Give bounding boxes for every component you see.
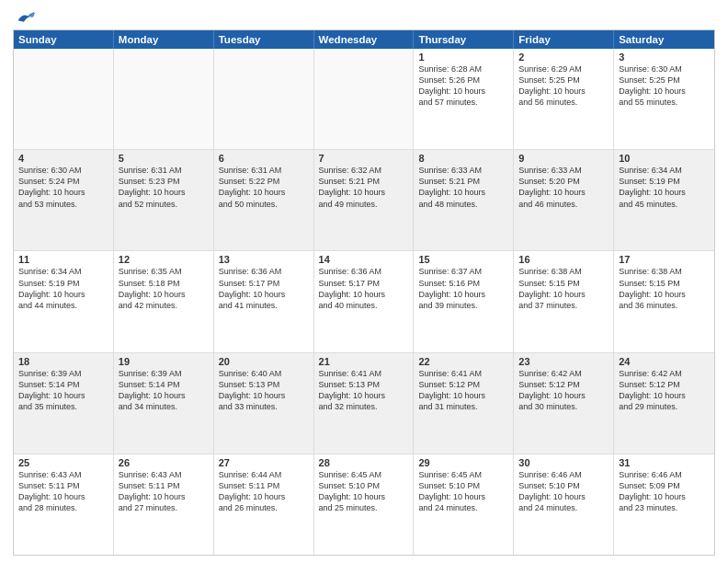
day-number: 30 — [518, 457, 609, 468]
calendar-cell: 14Sunrise: 6:36 AM Sunset: 5:17 PM Dayli… — [314, 251, 415, 351]
day-number: 9 — [518, 153, 609, 164]
cell-text: Sunrise: 6:29 AM Sunset: 5:25 PM Dayligh… — [518, 63, 609, 109]
day-number: 12 — [119, 254, 209, 265]
day-number: 31 — [619, 457, 710, 468]
day-number: 14 — [319, 254, 409, 265]
calendar-cell: 30Sunrise: 6:46 AM Sunset: 5:10 PM Dayli… — [514, 454, 614, 555]
calendar-row-2: 4Sunrise: 6:30 AM Sunset: 5:24 PM Daylig… — [14, 149, 714, 250]
calendar-cell: 1Sunrise: 6:28 AM Sunset: 5:26 PM Daylig… — [414, 49, 514, 149]
calendar-cell: 15Sunrise: 6:37 AM Sunset: 5:16 PM Dayli… — [414, 251, 514, 351]
calendar-cell: 21Sunrise: 6:41 AM Sunset: 5:13 PM Dayli… — [314, 353, 415, 454]
calendar-cell: 28Sunrise: 6:45 AM Sunset: 5:10 PM Dayli… — [314, 454, 415, 555]
calendar-cell: 16Sunrise: 6:38 AM Sunset: 5:15 PM Dayli… — [514, 251, 614, 351]
cell-text: Sunrise: 6:45 AM Sunset: 5:10 PM Dayligh… — [418, 469, 508, 514]
day-number: 18 — [18, 356, 108, 367]
day-number: 8 — [418, 153, 508, 164]
day-number: 15 — [418, 254, 508, 265]
day-number: 26 — [119, 457, 209, 468]
day-number: 17 — [619, 254, 710, 265]
calendar-cell — [314, 49, 415, 149]
day-number: 22 — [418, 356, 508, 367]
cell-text: Sunrise: 6:37 AM Sunset: 5:16 PM Dayligh… — [418, 266, 508, 311]
day-number: 28 — [319, 457, 409, 468]
logo-bird-icon — [17, 9, 37, 26]
cell-text: Sunrise: 6:36 AM Sunset: 5:17 PM Dayligh… — [319, 266, 409, 311]
day-number: 29 — [418, 457, 508, 468]
day-number: 13 — [219, 254, 309, 265]
calendar-cell: 4Sunrise: 6:30 AM Sunset: 5:24 PM Daylig… — [14, 150, 114, 250]
calendar-cell: 5Sunrise: 6:31 AM Sunset: 5:23 PM Daylig… — [114, 150, 214, 250]
calendar-cell: 12Sunrise: 6:35 AM Sunset: 5:18 PM Dayli… — [114, 251, 214, 351]
calendar-row-3: 11Sunrise: 6:34 AM Sunset: 5:19 PM Dayli… — [14, 250, 714, 351]
header-friday: Friday — [514, 30, 614, 49]
day-number: 7 — [319, 153, 409, 164]
cell-text: Sunrise: 6:28 AM Sunset: 5:26 PM Dayligh… — [418, 63, 508, 109]
calendar-cell: 11Sunrise: 6:34 AM Sunset: 5:19 PM Dayli… — [14, 251, 114, 351]
cell-text: Sunrise: 6:43 AM Sunset: 5:11 PM Dayligh… — [119, 469, 209, 514]
calendar-cell — [114, 49, 214, 149]
calendar-cell: 13Sunrise: 6:36 AM Sunset: 5:17 PM Dayli… — [214, 251, 314, 351]
page: Sunday Monday Tuesday Wednesday Thursday… — [0, 0, 728, 563]
header-monday: Monday — [114, 30, 214, 49]
day-number: 16 — [518, 254, 609, 265]
cell-text: Sunrise: 6:32 AM Sunset: 5:21 PM Dayligh… — [319, 165, 409, 210]
header-wednesday: Wednesday — [314, 30, 415, 49]
calendar-cell: 2Sunrise: 6:29 AM Sunset: 5:25 PM Daylig… — [514, 49, 614, 149]
calendar-cell: 7Sunrise: 6:32 AM Sunset: 5:21 PM Daylig… — [314, 150, 415, 250]
cell-text: Sunrise: 6:42 AM Sunset: 5:12 PM Dayligh… — [619, 368, 710, 413]
calendar-cell: 18Sunrise: 6:39 AM Sunset: 5:14 PM Dayli… — [14, 353, 114, 454]
calendar: Sunday Monday Tuesday Wednesday Thursday… — [13, 29, 715, 556]
cell-text: Sunrise: 6:35 AM Sunset: 5:18 PM Dayligh… — [119, 266, 209, 311]
cell-text: Sunrise: 6:38 AM Sunset: 5:15 PM Dayligh… — [619, 266, 710, 311]
cell-text: Sunrise: 6:46 AM Sunset: 5:10 PM Dayligh… — [518, 469, 609, 514]
calendar-row-5: 25Sunrise: 6:43 AM Sunset: 5:11 PM Dayli… — [14, 454, 714, 555]
day-number: 21 — [319, 356, 409, 367]
header-sunday: Sunday — [14, 30, 114, 49]
day-number: 27 — [219, 457, 309, 468]
calendar-cell: 23Sunrise: 6:42 AM Sunset: 5:12 PM Dayli… — [514, 353, 614, 454]
calendar-cell: 8Sunrise: 6:33 AM Sunset: 5:21 PM Daylig… — [414, 150, 514, 250]
cell-text: Sunrise: 6:31 AM Sunset: 5:22 PM Dayligh… — [219, 165, 309, 210]
calendar-cell: 27Sunrise: 6:44 AM Sunset: 5:11 PM Dayli… — [214, 454, 314, 555]
calendar-header: Sunday Monday Tuesday Wednesday Thursday… — [14, 30, 714, 49]
header-saturday: Saturday — [614, 30, 714, 49]
day-number: 2 — [518, 52, 609, 63]
header-tuesday: Tuesday — [214, 30, 314, 49]
cell-text: Sunrise: 6:39 AM Sunset: 5:14 PM Dayligh… — [119, 368, 209, 413]
day-number: 19 — [119, 356, 209, 367]
calendar-cell: 24Sunrise: 6:42 AM Sunset: 5:12 PM Dayli… — [614, 353, 714, 454]
calendar-cell — [214, 49, 314, 149]
calendar-row-4: 18Sunrise: 6:39 AM Sunset: 5:14 PM Dayli… — [14, 352, 714, 454]
day-number: 20 — [219, 356, 309, 367]
cell-text: Sunrise: 6:34 AM Sunset: 5:19 PM Dayligh… — [619, 165, 710, 210]
cell-text: Sunrise: 6:30 AM Sunset: 5:25 PM Dayligh… — [619, 63, 710, 109]
calendar-cell: 6Sunrise: 6:31 AM Sunset: 5:22 PM Daylig… — [214, 150, 314, 250]
cell-text: Sunrise: 6:38 AM Sunset: 5:15 PM Dayligh… — [518, 266, 609, 311]
day-number: 6 — [219, 153, 309, 164]
cell-text: Sunrise: 6:39 AM Sunset: 5:14 PM Dayligh… — [18, 368, 108, 413]
day-number: 5 — [119, 153, 209, 164]
day-number: 4 — [18, 153, 108, 164]
header-thursday: Thursday — [414, 30, 514, 49]
calendar-row-1: 1Sunrise: 6:28 AM Sunset: 5:26 PM Daylig… — [14, 49, 714, 149]
header — [13, 9, 715, 26]
day-number: 11 — [18, 254, 108, 265]
calendar-cell: 26Sunrise: 6:43 AM Sunset: 5:11 PM Dayli… — [114, 454, 214, 555]
calendar-cell: 29Sunrise: 6:45 AM Sunset: 5:10 PM Dayli… — [414, 454, 514, 555]
day-number: 24 — [619, 356, 710, 367]
cell-text: Sunrise: 6:41 AM Sunset: 5:13 PM Dayligh… — [319, 368, 409, 413]
day-number: 23 — [518, 356, 609, 367]
cell-text: Sunrise: 6:40 AM Sunset: 5:13 PM Dayligh… — [219, 368, 309, 413]
calendar-cell: 9Sunrise: 6:33 AM Sunset: 5:20 PM Daylig… — [514, 150, 614, 250]
cell-text: Sunrise: 6:42 AM Sunset: 5:12 PM Dayligh… — [518, 368, 609, 413]
day-number: 1 — [418, 52, 508, 63]
calendar-cell: 10Sunrise: 6:34 AM Sunset: 5:19 PM Dayli… — [614, 150, 714, 250]
cell-text: Sunrise: 6:36 AM Sunset: 5:17 PM Dayligh… — [219, 266, 309, 311]
cell-text: Sunrise: 6:31 AM Sunset: 5:23 PM Dayligh… — [119, 165, 209, 210]
cell-text: Sunrise: 6:46 AM Sunset: 5:09 PM Dayligh… — [619, 469, 710, 514]
day-number: 3 — [619, 52, 710, 63]
cell-text: Sunrise: 6:30 AM Sunset: 5:24 PM Dayligh… — [18, 165, 108, 210]
calendar-cell: 20Sunrise: 6:40 AM Sunset: 5:13 PM Dayli… — [214, 353, 314, 454]
logo — [13, 9, 39, 26]
calendar-cell: 25Sunrise: 6:43 AM Sunset: 5:11 PM Dayli… — [14, 454, 114, 555]
